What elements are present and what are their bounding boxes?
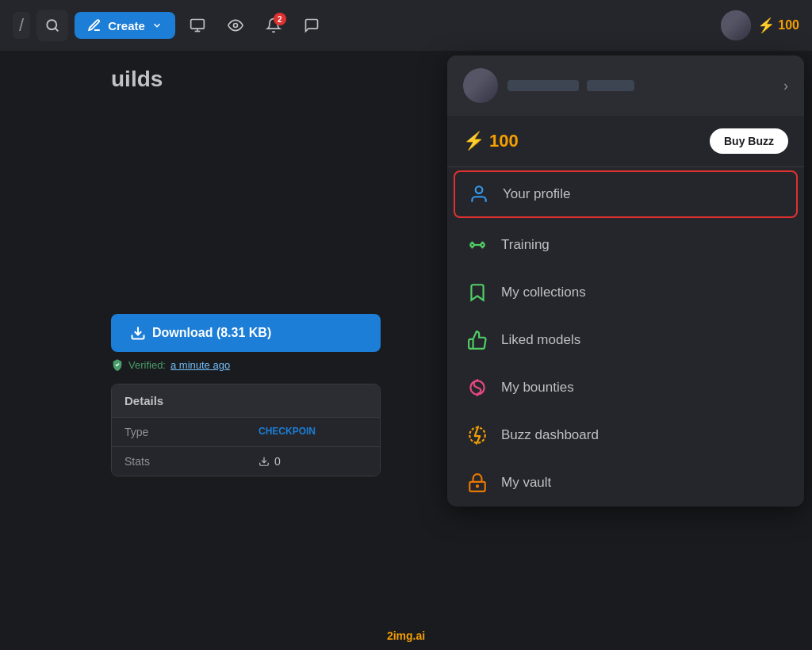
liked-models-label: Liked models <box>501 332 580 348</box>
menu-item-my-vault[interactable]: My vault <box>447 459 804 507</box>
chat-button[interactable] <box>296 10 327 41</box>
menu-item-my-collections[interactable]: My collections <box>447 269 804 316</box>
my-collections-label: My collections <box>501 285 586 300</box>
details-table: Details Type CHECKPOIN Stats 0 <box>111 384 381 476</box>
dropdown-username-area <box>508 80 774 91</box>
menu-item-liked-models[interactable]: Liked models <box>447 316 804 364</box>
buzz-display[interactable]: ⚡ 100 <box>757 17 799 34</box>
notification-badge: 2 <box>274 13 286 25</box>
buzz-amount: 100 <box>778 18 799 32</box>
verified-label: Verified: <box>128 359 166 371</box>
my-bounties-label: My bounties <box>501 380 574 396</box>
buzz-dashboard-icon <box>466 424 488 446</box>
type-label: Type <box>112 418 246 446</box>
username-blur-2 <box>587 80 634 91</box>
nav-slash[interactable]: / <box>13 12 30 39</box>
stats-label: Stats <box>112 447 246 476</box>
navbar: / Create 2 ⚡ 100 <box>0 0 812 51</box>
buzz-icon: ⚡ <box>757 17 775 34</box>
my-vault-label: My vault <box>501 475 551 491</box>
profile-icon <box>468 183 490 205</box>
details-header: Details <box>112 384 380 417</box>
vault-icon <box>466 472 488 494</box>
dropdown-user-header[interactable]: › <box>447 55 804 116</box>
buy-buzz-button[interactable]: Buy Buzz <box>710 128 788 154</box>
buzz-lightning-icon: ⚡ <box>463 131 485 151</box>
svg-point-22 <box>477 485 478 487</box>
menu-item-my-bounties[interactable]: My bounties <box>447 364 804 411</box>
create-button[interactable]: Create <box>75 12 175 39</box>
menu-item-your-profile[interactable]: Your profile <box>454 170 798 218</box>
stats-row: Stats 0 <box>112 446 380 476</box>
svg-rect-2 <box>190 20 204 29</box>
user-dropdown-menu: › ⚡ 100 Buy Buzz Your profile Trai <box>447 55 804 507</box>
svg-point-11 <box>481 243 484 247</box>
search-button[interactable] <box>36 10 68 41</box>
dropdown-buzz-amount: 100 <box>489 131 519 151</box>
menu-item-buzz-dashboard[interactable]: Buzz dashboard <box>447 411 804 459</box>
stats-value: 0 <box>246 447 380 476</box>
type-row: Type CHECKPOIN <box>112 417 380 446</box>
sidebar <box>0 51 95 650</box>
svg-point-10 <box>470 243 473 247</box>
liked-icon <box>466 329 488 351</box>
download-button[interactable]: Download (8.31 KB) <box>111 314 381 352</box>
screen-share-button[interactable] <box>182 10 213 41</box>
verified-time-link[interactable]: a minute ago <box>170 359 230 371</box>
svg-point-9 <box>476 186 483 193</box>
bounties-icon <box>466 377 488 399</box>
your-profile-label: Your profile <box>503 186 570 202</box>
user-avatar[interactable] <box>721 10 751 40</box>
menu-item-training[interactable]: Training <box>447 221 804 269</box>
dropdown-buzz-display: ⚡ 100 <box>463 131 519 151</box>
dropdown-buzz-section: ⚡ 100 Buy Buzz <box>447 116 804 167</box>
watch-button[interactable] <box>220 10 251 41</box>
download-label: Download (8.31 KB) <box>152 326 271 340</box>
dropdown-avatar <box>463 68 498 103</box>
buzz-dashboard-label: Buzz dashboard <box>501 427 599 443</box>
svg-point-5 <box>233 24 237 28</box>
create-label: Create <box>108 19 145 32</box>
training-icon <box>466 234 488 256</box>
svg-line-1 <box>56 28 58 30</box>
notification-button[interactable]: 2 <box>258 10 289 41</box>
username-blur-1 <box>508 80 579 91</box>
footer-brand: 2img.ai <box>387 629 425 642</box>
chevron-right-icon: › <box>783 78 788 94</box>
training-label: Training <box>501 237 550 253</box>
type-value: CHECKPOIN <box>246 418 380 446</box>
collections-icon <box>466 281 488 304</box>
